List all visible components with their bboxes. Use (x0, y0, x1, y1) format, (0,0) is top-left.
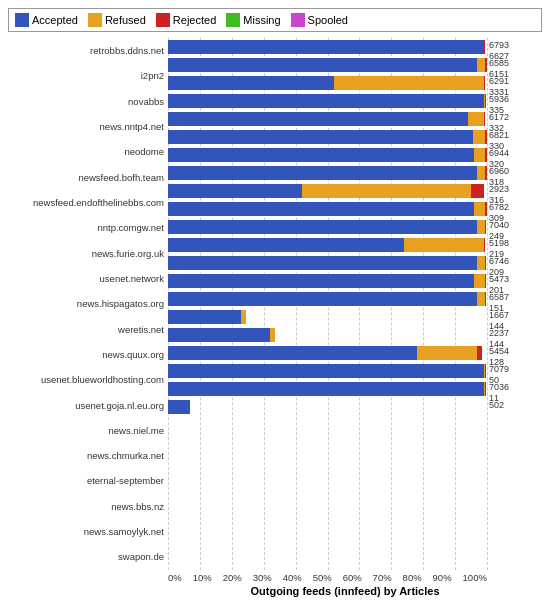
bar-segment-refused (477, 58, 485, 72)
bar-segment-refused (474, 274, 485, 288)
bar-segment-accepted (168, 310, 241, 324)
bar-segment-rejected (485, 220, 486, 234)
legend-item-spooled: Spooled (291, 13, 348, 27)
bar-segment-rejected (484, 238, 486, 252)
bar-segment-accepted (168, 346, 417, 360)
bar-segment-accepted (168, 202, 474, 216)
y-label: news.niel.me (8, 422, 164, 440)
bar-segment-rejected (485, 364, 486, 378)
y-label: news.quux.org (8, 346, 164, 364)
bar-row: 703611 (168, 380, 487, 398)
bar-segment-rejected (485, 274, 486, 288)
x-tick: 90% (433, 572, 452, 583)
bar-segment-rejected (477, 346, 482, 360)
bar-track: 7040249 (168, 220, 487, 234)
y-label: swapon.de (8, 548, 164, 566)
bar-segment-rejected (485, 130, 487, 144)
y-label: usenet.goja.nl.eu.org (8, 396, 164, 414)
bar-segment-accepted (168, 220, 477, 234)
bar-track: 1667144 (168, 310, 487, 324)
x-tick: 70% (373, 572, 392, 583)
bar-track: 6960318 (168, 166, 487, 180)
bar-track: 703611 (168, 382, 487, 396)
bar-segment-rejected (485, 292, 486, 306)
legend-label: Rejected (173, 14, 216, 26)
legend-label: Refused (105, 14, 146, 26)
bar-track: 2237144 (168, 328, 487, 342)
bar-segment-refused (477, 166, 485, 180)
bar-track: 5198219 (168, 238, 487, 252)
bar-segment-refused (404, 238, 484, 252)
y-labels: retrobbs.ddns.neti2pn2novabbsnews.nntp4.… (8, 38, 168, 570)
bar-segment-refused (241, 310, 246, 324)
bar-row: 707950 (168, 362, 487, 380)
y-label: usenet.network (8, 270, 164, 288)
bar-segment-accepted (168, 292, 477, 306)
bar-segment-refused (468, 112, 484, 126)
y-label: weretis.net (8, 320, 164, 338)
chart-area: retrobbs.ddns.neti2pn2novabbsnews.nntp4.… (8, 38, 542, 570)
x-tick: 80% (403, 572, 422, 583)
bar-track: 2923316 (168, 184, 487, 198)
bar-segment-accepted (168, 112, 468, 126)
bar-segment-rejected (484, 112, 486, 126)
legend-color (156, 13, 170, 27)
bar-segment-rejected (485, 148, 487, 162)
y-label: newsfeed.bofh.team (8, 168, 164, 186)
bar-segment-refused (474, 148, 485, 162)
legend-item-rejected: Rejected (156, 13, 216, 27)
bar-segment-rejected (484, 40, 486, 54)
legend-item-refused: Refused (88, 13, 146, 27)
y-label: news.furie.org.uk (8, 244, 164, 262)
legend-color (226, 13, 240, 27)
bar-segment-refused (473, 130, 486, 144)
bar-segment-refused (302, 184, 471, 198)
bar-segment-accepted (168, 256, 477, 270)
y-label: news.samoylyk.net (8, 523, 164, 541)
x-tick: 0% (168, 572, 182, 583)
bar-track: 6587151 (168, 292, 487, 306)
bar-row: 6821330 (168, 128, 487, 146)
y-label: news.chmurka.net (8, 447, 164, 465)
bar-row: 5454128 (168, 344, 487, 362)
legend-item-accepted: Accepted (15, 13, 78, 27)
legend-color (291, 13, 305, 27)
bar-row: 1667144 (168, 308, 487, 326)
bar-segment-refused (477, 256, 485, 270)
bar-row: 62913331 (168, 74, 487, 92)
y-label: news.hispagatos.org (8, 295, 164, 313)
bar-row: 67936627 (168, 38, 487, 56)
bar-track: 6944320 (168, 148, 487, 162)
bar-segment-accepted (168, 274, 474, 288)
bar-track: 6821330 (168, 130, 487, 144)
x-tick: 30% (253, 572, 272, 583)
bar-segment-accepted (168, 94, 484, 108)
bar-segment-accepted (168, 382, 484, 396)
bar-track: 6782309 (168, 202, 487, 216)
y-label: news.bbs.nz (8, 498, 164, 516)
y-label: news.nntp4.net (8, 118, 164, 136)
bar-segment-accepted (168, 40, 484, 54)
legend-label: Missing (243, 14, 280, 26)
bar-track: 65856151 (168, 58, 487, 72)
bar-segment-accepted (168, 148, 474, 162)
y-label: usenet.blueworldhosting.com (8, 371, 164, 389)
bar-track: 62913331 (168, 76, 487, 90)
bar-row: 7040249 (168, 218, 487, 236)
legend-color (15, 13, 29, 27)
bar-segment-refused (477, 220, 485, 234)
bar-segment-accepted (168, 238, 404, 252)
bar-row: 5936335 (168, 92, 487, 110)
y-label: neodome (8, 143, 164, 161)
bar-row: 2237144 (168, 326, 487, 344)
bar-segment-rejected (471, 184, 484, 198)
bar-segment-rejected (485, 94, 486, 108)
x-tick: 60% (343, 572, 362, 583)
bar-segment-accepted (168, 400, 190, 414)
y-label: novabbs (8, 92, 164, 110)
bar-segment-refused (334, 76, 484, 90)
bar-segment-refused (474, 202, 485, 216)
bar-segment-accepted (168, 328, 270, 342)
bar-segment-rejected (485, 58, 487, 72)
x-ticks: 0%10%20%30%40%50%60%70%80%90%100% (168, 572, 542, 583)
